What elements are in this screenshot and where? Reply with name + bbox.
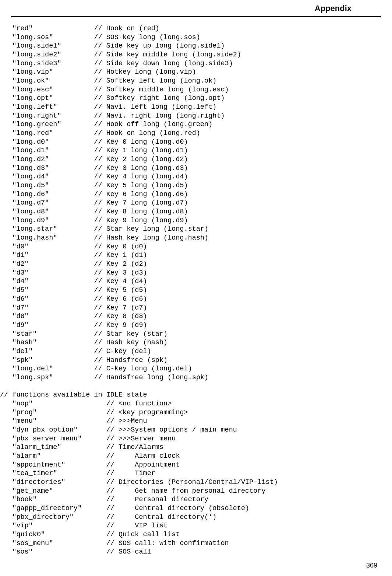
- key-line: "red" // Hook on (red): [0, 24, 392, 33]
- key-line: "d1" // Key 1 (d1): [0, 251, 392, 260]
- key-line: "long.esc" // Softkey middle long (long.…: [0, 85, 392, 94]
- key-line: "long.d7" // Key 7 long (long.d7): [0, 199, 392, 207]
- key-line: "d9" // Key 9 (d9): [0, 321, 392, 330]
- key-line: "long.d6" // Key 6 long (long.d6): [0, 190, 392, 199]
- function-line: "pbx_directory" // Central directory(*): [0, 513, 392, 522]
- key-line: "long.d9" // Key 9 long (long.d9): [0, 216, 392, 225]
- function-line: "quick0" // Quick call list: [0, 530, 392, 539]
- function-line: "vip" // VIP list: [0, 521, 392, 530]
- key-line: "long.hash" // Hash key long (long.hash): [0, 234, 392, 242]
- key-line: "hash" // Hash key (hash): [0, 338, 392, 347]
- function-line: "gappp_directory" // Central directory (…: [0, 504, 392, 513]
- key-line: "star" // Star key (star): [0, 330, 392, 339]
- function-line: "alarm_time" // Time/Alarms: [0, 443, 392, 452]
- key-line: "long.del" // C-key long (long.del): [0, 364, 392, 373]
- key-line: "long.d3" // Key 3 long (long.d3): [0, 164, 392, 173]
- key-line: "long.d5" // Key 5 long (long.d5): [0, 181, 392, 190]
- function-line: "alarm" // Alarm clock: [0, 452, 392, 461]
- key-line: "spk" // Handsfree (spk): [0, 356, 392, 365]
- function-line: "get_name" // Get name from personal dir…: [0, 487, 392, 496]
- key-line: "long.green" // Hook off long (long.gree…: [0, 120, 392, 129]
- function-line: "sos_menu" // SOS call: with confirmatio…: [0, 539, 392, 548]
- function-line: "directories" // Directories (Personal/C…: [0, 478, 392, 487]
- key-line: "d0" // Key 0 (d0): [0, 242, 392, 251]
- key-line: "d8" // Key 8 (d8): [0, 312, 392, 321]
- function-line: "nop" // <no function>: [0, 399, 392, 408]
- code-listing: "red" // Hook on (red) "long.sos" // SOS…: [0, 17, 392, 556]
- key-line: "d6" // Key 6 (d6): [0, 295, 392, 304]
- page-header: Appendix: [11, 0, 381, 17]
- key-line: "long.vip" // Hotkey long (long.vip): [0, 68, 392, 77]
- function-line: "menu" // >>>Menu: [0, 417, 392, 426]
- section-comment: // functions available in IDLE state: [0, 391, 392, 399]
- function-line: "pbx_server_menu" // >>>Server menu: [0, 434, 392, 443]
- key-line: "long.ok" // Softkey left long (long.ok): [0, 77, 392, 85]
- key-line: "long.side3" // Side key down long (long…: [0, 59, 392, 68]
- function-line: "prog" // <key programming>: [0, 408, 392, 417]
- key-line: "long.red" // Hook on long (long.red): [0, 129, 392, 138]
- key-line: "long.d1" // Key 1 long (long.d1): [0, 146, 392, 155]
- function-line: "tea_timer" // Timer: [0, 469, 392, 478]
- key-line: "long.right" // Navi. right long (long.r…: [0, 112, 392, 121]
- function-line: "sos" // SOS call: [0, 548, 392, 556]
- key-line: "d4" // Key 4 (d4): [0, 277, 392, 286]
- key-line: "long.left" // Navi. left long (long.lef…: [0, 103, 392, 112]
- key-line: "long.side1" // Side key up long (long.s…: [0, 42, 392, 50]
- key-line: "d3" // Key 3 (d3): [0, 269, 392, 277]
- key-line: "d5" // Key 5 (d5): [0, 286, 392, 295]
- function-line: "appointment" // Appointment: [0, 461, 392, 469]
- key-line: "long.star" // Star key long (long.star): [0, 225, 392, 234]
- key-line: "long.side2" // Side key middle long (lo…: [0, 50, 392, 59]
- blank-line: [0, 382, 392, 391]
- key-line: "del" // C-key (del): [0, 347, 392, 356]
- key-line: "d2" // Key 2 (d2): [0, 260, 392, 269]
- page-footer: 369: [366, 562, 377, 569]
- key-line: "long.opt" // Softkey right long (long.o…: [0, 94, 392, 103]
- key-line: "d7" // Key 7 (d7): [0, 304, 392, 313]
- key-line: "long.d2" // Key 2 long (long.d2): [0, 155, 392, 164]
- key-line: "long.d0" // Key 0 long (long.d0): [0, 138, 392, 147]
- key-line: "long.d8" // Key 8 long (long.d8): [0, 207, 392, 216]
- page-number: 369: [366, 562, 377, 569]
- header-title: Appendix: [315, 4, 352, 13]
- function-line: "book" // Personal directory: [0, 495, 392, 504]
- function-line: "dyn_pbx_option" // >>>System options / …: [0, 426, 392, 434]
- key-line: "long.spk" // Handsfree long (long.spk): [0, 373, 392, 382]
- key-line: "long.d4" // Key 4 long (long.d4): [0, 172, 392, 181]
- key-line: "long.sos" // SOS-key long (long.sos): [0, 33, 392, 42]
